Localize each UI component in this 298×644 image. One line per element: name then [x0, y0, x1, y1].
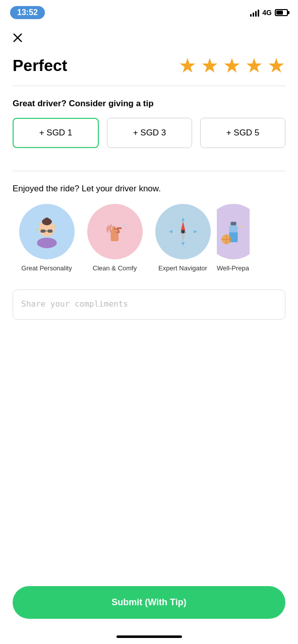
close-button[interactable] — [10, 30, 25, 45]
status-bar: 13:52 4G — [0, 0, 298, 25]
compliments-section: Enjoyed the ride? Let your driver know. — [0, 184, 298, 282]
svg-rect-12 — [110, 230, 118, 241]
compliments-title: Enjoyed the ride? Let your driver know. — [13, 184, 285, 194]
tip-title: Great driver? Consider giving a tip — [13, 99, 285, 109]
compliment-input-wrap — [0, 290, 298, 322]
compliment-clean-icon — [87, 204, 143, 259]
svg-text:✦: ✦ — [53, 225, 56, 228]
rating-title: Perfect — [13, 56, 68, 75]
svg-point-16 — [125, 227, 126, 228]
svg-text:✦: ✦ — [35, 227, 39, 232]
submit-btn-wrap: Submit (With Tip) — [13, 586, 285, 619]
compliment-prepared-icon: ✦ — [217, 204, 250, 259]
status-time: 13:52 — [10, 6, 45, 19]
svg-text:✦: ✦ — [37, 223, 39, 226]
compliment-input[interactable] — [13, 290, 285, 320]
compliment-navigator[interactable]: Expert Navigator — [149, 204, 217, 272]
home-indicator — [116, 635, 182, 638]
compliment-prepared-label: Well-Prepa... — [217, 264, 250, 272]
compliment-personality-label: Great Personality — [21, 264, 72, 272]
star-1[interactable]: ★ — [178, 55, 197, 76]
tip-section: Great driver? Consider giving a tip + SG… — [0, 99, 298, 158]
svg-point-5 — [44, 218, 49, 223]
compliment-clean-label: Clean & Comfy — [93, 264, 137, 272]
svg-marker-23 — [169, 230, 172, 234]
svg-rect-6 — [40, 230, 45, 233]
svg-point-17 — [122, 226, 123, 227]
tip-option-1[interactable]: + SGD 1 — [13, 118, 99, 148]
svg-point-15 — [123, 224, 125, 226]
compliment-navigator-icon — [155, 204, 211, 259]
compliment-items: ✦ ✦ ✦ Great Personality — [13, 204, 285, 272]
star-4[interactable]: ★ — [245, 55, 263, 76]
tip-option-3[interactable]: + SGD 5 — [200, 118, 285, 148]
tip-options: + SGD 1 + SGD 3 + SGD 5 — [13, 118, 285, 148]
svg-text:✦: ✦ — [240, 224, 243, 229]
network-label: 4G — [262, 9, 272, 17]
star-5[interactable]: ★ — [267, 55, 285, 76]
svg-point-2 — [37, 238, 56, 248]
signal-icon — [250, 9, 259, 17]
svg-rect-26 — [230, 222, 236, 225]
svg-rect-14 — [116, 228, 122, 230]
star-3[interactable]: ★ — [223, 55, 241, 76]
battery-icon — [275, 9, 288, 16]
compliment-clean[interactable]: Clean & Comfy — [81, 204, 149, 272]
compliment-prepared[interactable]: ✦ Well-Prepa... — [217, 204, 250, 272]
compliment-navigator-label: Expert Navigator — [158, 264, 207, 272]
divider-1 — [13, 86, 285, 86]
compliment-personality[interactable]: ✦ ✦ ✦ Great Personality — [13, 204, 81, 272]
submit-button[interactable]: Submit (With Tip) — [13, 586, 285, 619]
compliment-personality-icon: ✦ ✦ ✦ — [19, 204, 75, 259]
svg-marker-22 — [181, 242, 185, 246]
star-rating[interactable]: ★ ★ ★ ★ ★ — [178, 55, 285, 76]
status-icons: 4G — [250, 9, 288, 17]
star-2[interactable]: ★ — [201, 55, 219, 76]
divider-2 — [13, 171, 285, 171]
svg-rect-7 — [47, 230, 52, 233]
rating-section: Perfect ★ ★ ★ ★ ★ — [0, 55, 298, 86]
svg-marker-21 — [194, 230, 197, 234]
tip-option-2[interactable]: + SGD 3 — [107, 118, 192, 148]
svg-point-24 — [181, 230, 185, 234]
svg-marker-20 — [181, 218, 185, 221]
